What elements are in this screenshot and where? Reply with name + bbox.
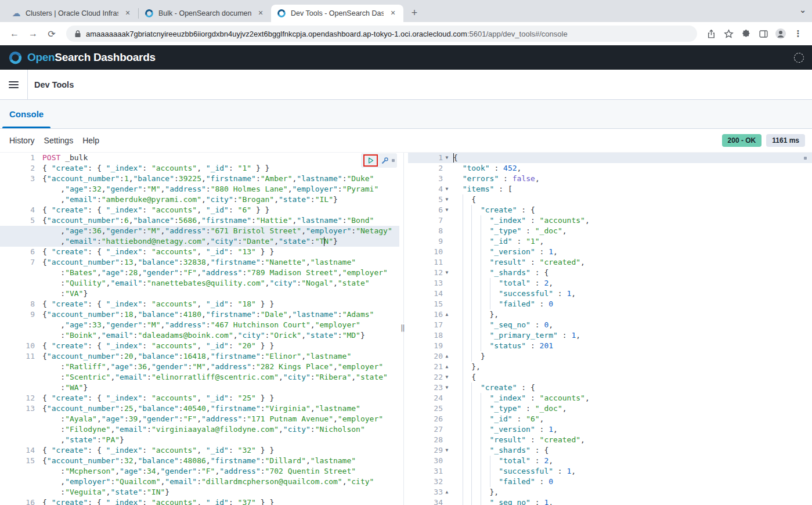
code-line[interactable]: 10"_version" : 1,: [408, 247, 812, 257]
code-line[interactable]: 9{"account_number":18,"balance":4180,"fi…: [0, 309, 399, 320]
fold-toggle-icon[interactable]: ▼: [443, 184, 451, 194]
back-icon[interactable]: ←: [7, 26, 22, 41]
code-line[interactable]: 26"_id" : "6",: [408, 414, 812, 424]
close-icon[interactable]: ×: [388, 9, 398, 18]
code-line[interactable]: 21▲},: [408, 362, 812, 372]
code-line[interactable]: 16▲},: [408, 309, 812, 320]
code-line[interactable]: 18"_primary_term" : 1,: [408, 330, 812, 341]
kebab-menu-icon[interactable]: ⋮: [791, 27, 805, 41]
tenant-globe-icon[interactable]: [794, 53, 804, 63]
code-line[interactable]: 6{ "create": { "_index": "accounts", "_i…: [0, 247, 399, 257]
code-line[interactable]: 3"errors" : false,: [408, 174, 812, 184]
browser-tab-bulk-docs[interactable]: Bulk - OpenSearch documenta ×: [139, 5, 271, 22]
code-line[interactable]: 17"_seq_no" : 0,: [408, 320, 812, 330]
code-line[interactable]: 20▲}: [408, 351, 812, 362]
menu-settings[interactable]: Settings: [44, 136, 74, 145]
refresh-icon[interactable]: ⟳: [44, 26, 59, 41]
menu-history[interactable]: History: [9, 136, 35, 145]
code-line[interactable]: 7{"account_number":13,"balance":32838,"f…: [0, 257, 399, 268]
code-line[interactable]: 4{ "create": { "_index": "accounts", "_i…: [0, 205, 399, 215]
code-line[interactable]: 31"successful" : 1,: [408, 466, 812, 477]
code-line[interactable]: 15{"account_number":32,"balance":48086,"…: [0, 456, 399, 466]
code-line[interactable]: 1POST _bulk: [0, 153, 399, 163]
code-line[interactable]: 14{ "create": { "_index": "accounts", "_…: [0, 445, 399, 456]
code-line[interactable]: 19"status" : 201: [408, 341, 812, 351]
code-line[interactable]: 33▲},: [408, 487, 812, 497]
code-line[interactable]: 27"_version" : 1,: [408, 424, 812, 435]
menu-help[interactable]: Help: [82, 136, 99, 145]
code-line[interactable]: 28"result" : "created",: [408, 435, 812, 445]
fold-toggle-icon[interactable]: ▼: [443, 268, 451, 278]
fold-toggle-icon[interactable]: ▲: [443, 351, 451, 362]
close-icon[interactable]: ×: [256, 9, 265, 18]
panel-splitter[interactable]: ‖: [399, 153, 408, 505]
code-line[interactable]: 29▼"_shards" : {: [408, 445, 812, 456]
code-line[interactable]: 16{ "create": { "_index": "accounts", "_…: [0, 497, 399, 505]
code-line[interactable]: 9"_id" : "1",: [408, 236, 812, 247]
address-bar[interactable]: amaaaaaaak7gbriatcnyireeuzbb6iiorgdxbn4u…: [66, 26, 697, 42]
code-line[interactable]: 23▼"create" : {: [408, 383, 812, 393]
fold-toggle-icon[interactable]: ▲: [443, 362, 451, 372]
code-line[interactable]: 25"_type" : "_doc",: [408, 403, 812, 414]
splitter-handle-icon[interactable]: ‖: [400, 323, 405, 332]
nav-menu-button[interactable]: [0, 70, 27, 99]
code-line[interactable]: :"Ayala","age":39,"gender":"F","address"…: [0, 414, 399, 424]
code-line[interactable]: 15"failed" : 0: [408, 299, 812, 309]
code-line[interactable]: :"Ratliff","age":36,"gender":"M","addres…: [0, 362, 399, 372]
code-line[interactable]: 8"_type" : "_doc",: [408, 226, 812, 236]
code-line[interactable]: 14"successful" : 1,: [408, 288, 812, 299]
code-line[interactable]: ,"age":32,"gender":"M","address":"880 Ho…: [0, 184, 399, 194]
code-line[interactable]: :"Mcpherson","age":34,"gender":"F","addr…: [0, 466, 399, 477]
bookmark-star-icon[interactable]: [721, 27, 735, 41]
code-line[interactable]: 1▼{: [408, 153, 812, 163]
code-line[interactable]: 6▼"create" : {: [408, 205, 812, 215]
send-request-button[interactable]: [367, 157, 374, 164]
wrench-icon[interactable]: [381, 157, 389, 165]
code-line[interactable]: 34"_seq_no" : 1,: [408, 497, 812, 505]
profile-avatar[interactable]: [774, 27, 788, 41]
chevron-down-icon[interactable]: ⌄: [799, 5, 806, 15]
code-line[interactable]: 30"total" : 2,: [408, 456, 812, 466]
code-line[interactable]: 2{ "create": { "_index": "accounts", "_i…: [0, 163, 399, 174]
code-line[interactable]: ,"age":36,"gender":"M","address":"671 Br…: [0, 226, 399, 236]
code-line[interactable]: 12{ "create": { "_index": "accounts", "_…: [0, 393, 399, 403]
fold-toggle-icon[interactable]: ▼: [443, 445, 451, 456]
browser-tab-clusters[interactable]: ☁ Clusters | Oracle Cloud Infrastr ×: [6, 5, 138, 22]
fold-toggle-icon[interactable]: ▲: [443, 309, 451, 320]
code-line[interactable]: 3{"account_number":1,"balance":39225,"fi…: [0, 174, 399, 184]
fold-toggle-icon[interactable]: ▼: [443, 372, 451, 383]
code-line[interactable]: 13"total" : 2,: [408, 278, 812, 288]
new-tab-button[interactable]: +: [407, 5, 422, 20]
close-icon[interactable]: ×: [123, 9, 132, 18]
code-line[interactable]: ,"email":"hattiebond@netagy.com","city":…: [0, 236, 399, 247]
code-line[interactable]: 7"_index" : "accounts",: [408, 215, 812, 226]
code-line[interactable]: :"Quility","email":"nanettebates@quility…: [0, 278, 399, 288]
code-line[interactable]: 5{"account_number":6,"balance":5686,"fir…: [0, 215, 399, 226]
code-line[interactable]: ,"age":33,"gender":"M","address":"467 Hu…: [0, 320, 399, 330]
opensearch-logo[interactable]: OpenSearch Dashboards: [8, 50, 156, 65]
code-line[interactable]: :"VA"}: [0, 288, 399, 299]
fold-toggle-icon[interactable]: ▼: [443, 194, 451, 205]
code-line[interactable]: 11{"account_number":20,"balance":16418,"…: [0, 351, 399, 362]
code-line[interactable]: 4▼"items" : [: [408, 184, 812, 194]
editor-options-icon[interactable]: [804, 157, 807, 160]
code-line[interactable]: 11"result" : "created",: [408, 257, 812, 268]
code-line[interactable]: :"Bates","age":28,"gender":"F","address"…: [0, 268, 399, 278]
editor-options-icon[interactable]: [392, 159, 395, 162]
code-line[interactable]: :"Filodyne","email":"virginiaayala@filod…: [0, 424, 399, 435]
code-line[interactable]: :"Boink","email":"daleadams@boink.com","…: [0, 330, 399, 341]
code-line[interactable]: 22▼{: [408, 372, 812, 383]
code-line[interactable]: 24"_index" : "accounts",: [408, 393, 812, 403]
browser-tab-dev-tools[interactable]: Dev Tools - OpenSearch Dashb ×: [271, 5, 403, 22]
code-line[interactable]: :"Veguita","state":"IN"}: [0, 487, 399, 497]
forward-icon[interactable]: →: [26, 26, 41, 41]
fold-toggle-icon[interactable]: ▼: [443, 383, 451, 393]
extensions-puzzle-icon[interactable]: [739, 27, 753, 41]
code-line[interactable]: 10{ "create": { "_index": "accounts", "_…: [0, 341, 399, 351]
tab-console[interactable]: Console: [9, 100, 44, 128]
code-line[interactable]: ,"state":"PA"}: [0, 435, 399, 445]
response-editor[interactable]: 1▼{2"took" : 452,3"errors" : false,4▼"it…: [408, 153, 812, 505]
code-line[interactable]: 12▼"_shards" : {: [408, 268, 812, 278]
share-icon[interactable]: [704, 27, 718, 41]
request-editor[interactable]: 1POST _bulk2{ "create": { "_index": "acc…: [0, 153, 399, 505]
